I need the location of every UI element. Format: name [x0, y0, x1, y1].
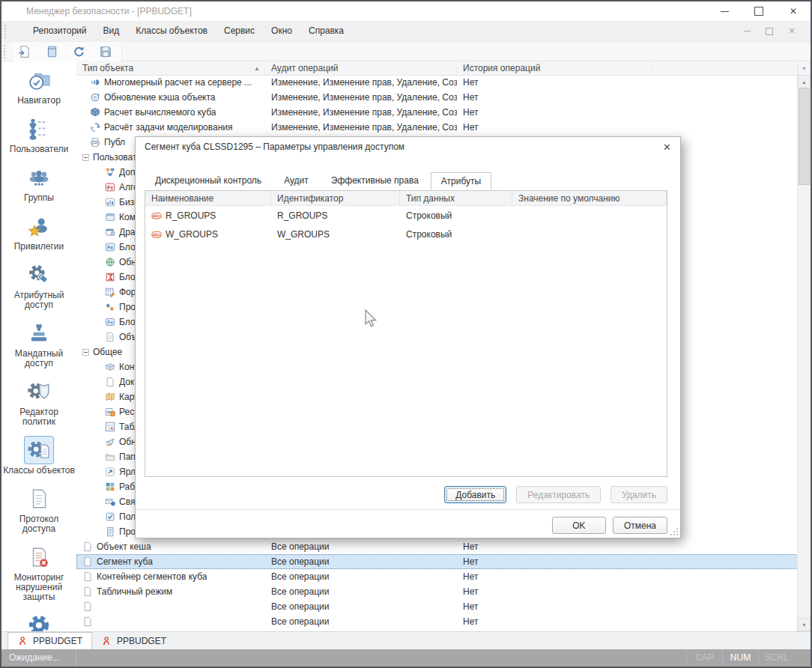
- row-label: Пользоват: [93, 152, 136, 163]
- abc-attribute-icon: abc: [151, 210, 162, 221]
- mdi-tab-label: PPBUDGET: [33, 636, 82, 646]
- dialog-tab-attributes[interactable]: Атрибуты: [431, 172, 491, 190]
- shortcut-icon: [105, 467, 115, 477]
- row-audit-cell: Изменение, Изменение прав, Удаление, Соз…: [265, 75, 457, 90]
- attribute-row[interactable]: abcR_GROUPSR_GROUPSСтроковый: [145, 206, 667, 225]
- column-header-audit[interactable]: Аудит операций: [265, 61, 457, 75]
- bar-chart-icon: [105, 197, 115, 207]
- menu-item-object-classes[interactable]: Классы объектов: [127, 21, 216, 41]
- save-icon: [99, 45, 112, 58]
- row-label: Фор: [119, 287, 136, 297]
- row-label: Обн: [119, 437, 136, 447]
- sidebar-item-label: Привилегии: [3, 242, 75, 252]
- add-attribute-button[interactable]: Добавить: [444, 486, 506, 503]
- table-row[interactable]: Сегмент кубаВсе операцииНет: [76, 554, 798, 569]
- table-row[interactable]: Расчёт задачи моделированияИзменение, Из…: [76, 120, 798, 135]
- attr-column-name[interactable]: Наименование: [145, 191, 271, 205]
- row-audit-cell: Изменение, Изменение прав, Удаление, Соз…: [265, 90, 457, 105]
- resize-grip-icon[interactable]: [670, 527, 679, 536]
- publish-icon: [90, 137, 100, 148]
- close-button[interactable]: ✕: [776, 1, 811, 21]
- attr-column-default[interactable]: Значение по умолчанию: [512, 191, 667, 205]
- table-row[interactable]: Табличный режимВсе операцииНет: [76, 584, 798, 599]
- refresh-button[interactable]: [69, 43, 88, 60]
- table-row[interactable]: Все операцииНет: [76, 599, 798, 614]
- sidebar-item-attribute-access[interactable]: Атрибутный доступ: [1, 261, 76, 310]
- dialog-tab-effective-rights[interactable]: Эффективные права: [321, 171, 429, 189]
- sidebar-item-privileges[interactable]: Привилегии: [1, 212, 76, 252]
- table-row[interactable]: Контейнер сегментов кубаВсе операцииНет: [76, 569, 798, 584]
- ok-button[interactable]: OK: [552, 517, 606, 534]
- row-audit-cell: Все операции: [265, 539, 457, 554]
- mdi-close-button[interactable]: ✕: [781, 24, 803, 39]
- column-header-history[interactable]: История операций: [457, 61, 653, 75]
- scroll-down-button[interactable]: ▼: [798, 618, 811, 631]
- menu-item-window[interactable]: Окно: [263, 21, 300, 41]
- diamonds-icon: [105, 302, 115, 312]
- sidebar-item-service[interactable]: Сервис: [1, 611, 76, 631]
- attr-type-cell: Строковый: [400, 210, 512, 221]
- table-row[interactable]: Объект кешаВсе операцииНет: [76, 539, 798, 554]
- mdi-restore-button[interactable]: [758, 24, 781, 39]
- table-row[interactable]: Обновление кэша объектаИзменение, Измене…: [76, 90, 798, 105]
- attribute-row[interactable]: abcW_GROUPSW_GROUPSСтроковый: [145, 225, 667, 243]
- table-row[interactable]: Все операцииНет: [76, 614, 798, 629]
- row-type-cell: Расчёт задачи моделирования: [76, 120, 265, 135]
- attr-column-id[interactable]: Идентификатор: [271, 191, 400, 205]
- sidebar-item-groups[interactable]: Группы: [1, 163, 76, 203]
- minimize-button[interactable]: [707, 1, 742, 21]
- sigma-icon: [105, 272, 115, 282]
- menu-item-service[interactable]: Сервис: [216, 21, 263, 41]
- column-header-type[interactable]: Тип объекта ▲: [76, 61, 265, 75]
- checkbox-icon: [105, 511, 115, 522]
- menu-item-repository[interactable]: Репозиторий: [25, 21, 95, 41]
- open-repository-button[interactable]: [15, 43, 34, 60]
- cancel-button[interactable]: Отмена: [613, 517, 667, 534]
- collapse-icon[interactable]: [82, 349, 89, 356]
- sidebar-item-policy-editor[interactable]: Редактор политик: [1, 377, 76, 427]
- scroll-thumb[interactable]: [799, 88, 810, 185]
- dialog-tab-audit[interactable]: Аудит: [273, 171, 319, 189]
- mdi-tab-ppbudget-1[interactable]: PPBUDGET: [92, 633, 175, 649]
- row-label: Многомерный расчет на сервере ...: [104, 77, 252, 88]
- sidebar-item-mandatory-access[interactable]: Мандатный доступ: [1, 319, 76, 368]
- menu-item-help[interactable]: Справка: [300, 21, 352, 41]
- mdi-minimize-button[interactable]: [736, 24, 758, 39]
- sidebar-item-violation-monitoring[interactable]: Мониторинг нарушений защиты: [1, 543, 76, 602]
- close-repository-button[interactable]: [42, 43, 61, 60]
- abc-attribute-icon: abc: [151, 229, 162, 240]
- sidebar-item-label: Пользователи: [3, 145, 75, 154]
- mdi-window-controls: ✕: [736, 24, 803, 39]
- row-label: Расчет вычисляемого куба: [104, 107, 216, 118]
- mdi-tab-ppbudget-0[interactable]: PPBUDGET: [7, 632, 92, 649]
- row-empty-cell: [653, 75, 798, 90]
- dialog-tab-discretionary-control[interactable]: Дискреционный контроль: [145, 171, 272, 189]
- column-header-label: Идентификатор: [277, 193, 343, 204]
- sidebar-item-navigator[interactable]: Навигатор: [1, 66, 76, 106]
- row-audit-cell: Все операции: [265, 569, 457, 584]
- title-bar: Менеджер безопасности - [PPBUDGET] ✕: [1, 1, 811, 21]
- row-history-cell: Нет: [457, 614, 653, 629]
- sidebar-item-users[interactable]: Пользователи: [1, 115, 76, 154]
- vertical-scrollbar[interactable]: ▲ ▼: [797, 75, 811, 631]
- table-row[interactable]: Расчет вычисляемого кубаИзменение, Измен…: [76, 105, 798, 120]
- sidebar-item-access-protocol[interactable]: Протокол доступа: [1, 485, 76, 534]
- header-dropdown-icon[interactable]: ▼: [798, 61, 811, 75]
- window-title: Менеджер безопасности - [PPBUDGET]: [26, 6, 192, 16]
- edit-attribute-button[interactable]: Редактировать: [516, 486, 601, 503]
- collapse-icon[interactable]: [82, 154, 89, 161]
- row-history-cell: Нет: [457, 75, 653, 90]
- attr-column-type[interactable]: Тип данных: [400, 191, 512, 205]
- menu-item-view[interactable]: Вид: [95, 21, 128, 41]
- save-button[interactable]: [96, 43, 115, 60]
- fx-blue-icon: Fx: [105, 317, 115, 327]
- row-label: Раб: [119, 482, 135, 492]
- delete-attribute-button[interactable]: Удалить: [610, 486, 667, 503]
- sidebar-item-object-classes[interactable]: Классы объектов: [1, 436, 76, 476]
- scroll-up-button[interactable]: ▲: [798, 75, 811, 88]
- maximize-button[interactable]: [742, 1, 776, 21]
- row-label: Ярл: [119, 467, 136, 477]
- row-label: Контейнер сегментов куба: [97, 571, 207, 582]
- table-row[interactable]: Многомерный расчет на сервере ...Изменен…: [76, 75, 798, 90]
- dialog-close-icon[interactable]: ✕: [663, 142, 671, 153]
